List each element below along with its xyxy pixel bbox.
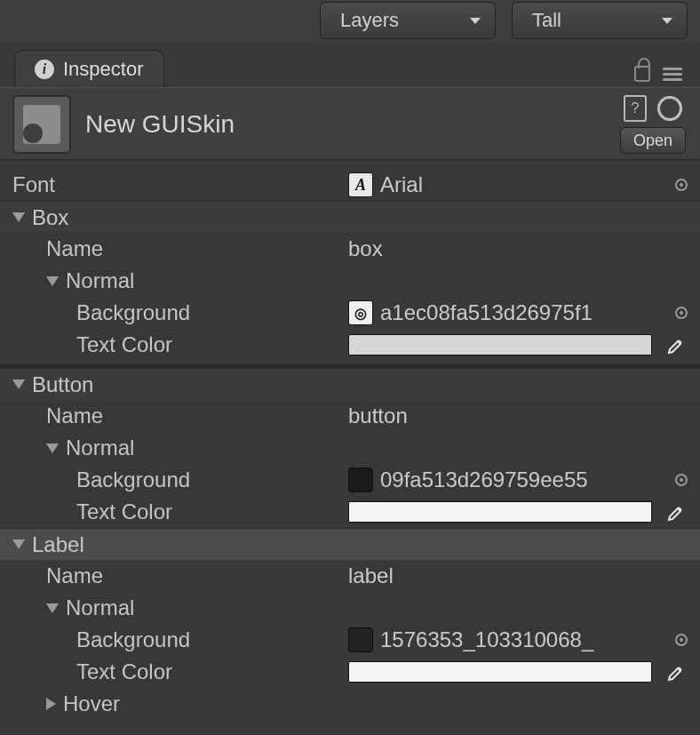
button-normal-foldout[interactable]: Normal	[0, 432, 700, 464]
property-label: Name	[46, 236, 103, 261]
box-background-field[interactable]: ◎ a1ec08fa513d26975f1	[348, 300, 688, 325]
style-title: Button	[32, 372, 93, 397]
button-name-value: button	[348, 403, 408, 428]
style-foldout-button[interactable]: Button	[0, 368, 700, 400]
font-thumb-icon: A	[348, 172, 373, 197]
label-background-row: Background 1576353_103310068_	[0, 624, 700, 656]
layers-dropdown[interactable]: Layers	[320, 2, 496, 39]
property-label: Normal	[66, 435, 134, 460]
layout-dropdown[interactable]: Tall	[512, 2, 688, 39]
object-picker-icon[interactable]	[675, 634, 688, 646]
eyedropper-icon[interactable]	[666, 661, 688, 683]
eyedropper-icon[interactable]	[666, 501, 688, 523]
button-name-row: Name button	[0, 400, 700, 432]
inspector-content: Font A Arial Box Name box Normal Backgro…	[0, 160, 700, 735]
guiskin-icon	[12, 95, 71, 154]
style-foldout-label[interactable]: Label	[0, 528, 700, 560]
font-row: Font A Arial	[0, 169, 700, 201]
font-label: Font	[12, 172, 55, 197]
foldout-triangle-icon	[46, 443, 59, 453]
object-picker-icon[interactable]	[675, 307, 688, 319]
foldout-triangle-icon	[46, 698, 56, 710]
property-label: Name	[46, 563, 103, 588]
texture-thumb-icon	[348, 627, 373, 652]
button-name-field[interactable]: button	[348, 403, 688, 428]
label-textcolor-swatch[interactable]	[348, 661, 652, 683]
button-background-field[interactable]: 09fa513d269759ee55	[348, 467, 688, 492]
asset-header: New GUISkin Open	[0, 87, 700, 160]
foldout-triangle-icon	[12, 379, 25, 389]
eyedropper-icon[interactable]	[666, 334, 688, 356]
box-normal-foldout[interactable]: Normal	[0, 265, 700, 297]
property-label: Background	[76, 467, 190, 492]
property-label: Hover	[63, 691, 120, 716]
label-name-row: Name label	[0, 560, 700, 592]
foldout-triangle-icon	[46, 603, 59, 613]
label-background-value: 1576353_103310068_	[380, 627, 593, 652]
object-picker-icon[interactable]	[675, 474, 688, 486]
style-title: Box	[32, 205, 68, 230]
label-background-field[interactable]: 1576353_103310068_	[348, 627, 688, 652]
property-label: Background	[76, 300, 190, 325]
button-background-value: 09fa513d269759ee55	[380, 467, 588, 492]
layout-dropdown-label: Tall	[532, 9, 561, 32]
chevron-down-icon	[470, 18, 481, 24]
box-name-value: box	[348, 236, 383, 261]
asset-name: New GUISkin	[85, 110, 235, 139]
foldout-triangle-icon	[46, 276, 59, 286]
button-textcolor-row: Text Color	[0, 496, 700, 528]
open-button-label: Open	[633, 132, 672, 150]
label-textcolor-row: Text Color	[0, 656, 700, 688]
open-button[interactable]: Open	[620, 127, 686, 154]
button-background-row: Background 09fa513d269759ee55	[0, 464, 700, 496]
texture-thumb-icon: ◎	[348, 300, 373, 325]
property-label: Text Color	[76, 332, 172, 357]
font-field[interactable]: A Arial	[348, 172, 688, 197]
property-label: Name	[46, 403, 103, 428]
button-textcolor-swatch[interactable]	[348, 501, 652, 523]
foldout-triangle-icon	[12, 212, 25, 222]
layers-dropdown-label: Layers	[340, 9, 399, 32]
top-toolbar: Layers Tall	[0, 0, 700, 43]
style-title: Label	[32, 532, 84, 557]
gear-icon	[657, 96, 682, 121]
tab-inspector[interactable]: i Inspector	[14, 50, 164, 87]
panel-menu-icon[interactable]	[663, 68, 682, 81]
object-picker-icon[interactable]	[675, 179, 688, 191]
font-value: Arial	[380, 172, 423, 197]
box-textcolor-swatch[interactable]	[348, 334, 652, 356]
property-label: Text Color	[76, 659, 172, 684]
label-name-field[interactable]: label	[348, 563, 688, 588]
box-textcolor-row: Text Color	[0, 329, 700, 361]
label-hover-foldout[interactable]: Hover	[0, 688, 700, 720]
box-background-row: Background ◎ a1ec08fa513d26975f1	[0, 297, 700, 329]
foldout-triangle-icon	[12, 539, 25, 549]
tab-label: Inspector	[63, 58, 144, 81]
property-label: Text Color	[76, 499, 172, 524]
panel-tabbar: i Inspector	[0, 43, 700, 87]
texture-thumb-icon	[348, 467, 373, 492]
box-background-value: a1ec08fa513d26975f1	[380, 300, 593, 325]
component-menu-button[interactable]	[657, 96, 688, 121]
info-icon: i	[35, 60, 54, 79]
style-foldout-box[interactable]: Box	[0, 201, 700, 233]
label-name-value: label	[348, 563, 394, 588]
help-icon[interactable]	[624, 95, 647, 122]
box-name-field[interactable]: box	[348, 236, 688, 261]
label-normal-foldout[interactable]: Normal	[0, 592, 700, 624]
property-label: Normal	[66, 268, 134, 293]
property-label: Background	[76, 627, 190, 652]
lock-icon[interactable]	[634, 66, 650, 82]
property-label: Normal	[66, 595, 134, 620]
box-name-row: Name box	[0, 233, 700, 265]
chevron-down-icon	[662, 18, 672, 24]
